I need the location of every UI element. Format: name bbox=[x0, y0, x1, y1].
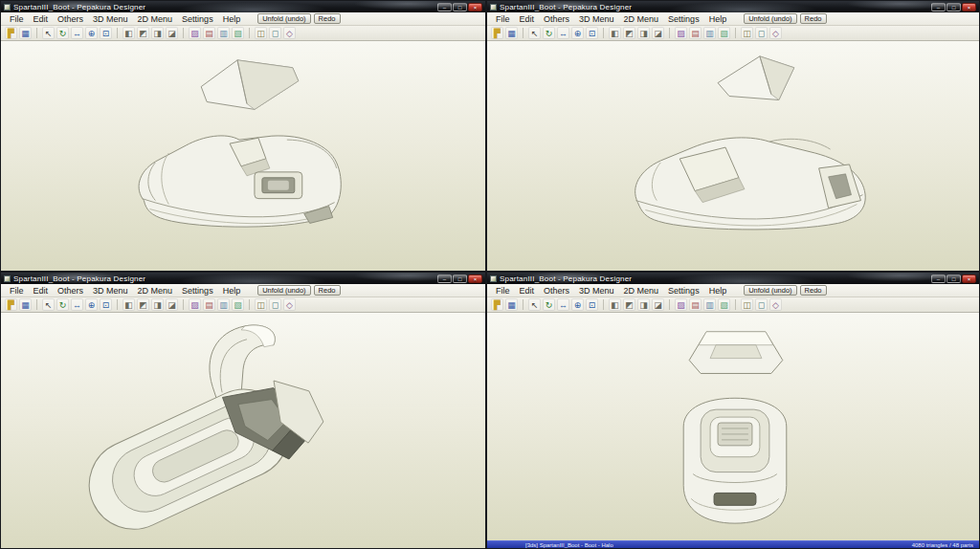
view-side-icon[interactable]: ◨ bbox=[151, 27, 164, 39]
rotate-view-icon[interactable]: ↻ bbox=[56, 298, 69, 311]
show-edges-icon[interactable]: ▤ bbox=[203, 27, 215, 39]
select-arrow-icon[interactable]: ↖ bbox=[42, 298, 55, 311]
zoom-fit-icon[interactable]: ⊡ bbox=[100, 27, 112, 39]
menu-help[interactable]: Help bbox=[704, 14, 732, 24]
redo-button[interactable]: Redo bbox=[314, 13, 341, 24]
zoom-fit-icon[interactable]: ⊡ bbox=[586, 27, 598, 39]
view-side-icon[interactable]: ◨ bbox=[637, 27, 650, 39]
maximize-button[interactable]: □ bbox=[453, 3, 467, 11]
show-flaps-icon[interactable]: ▧ bbox=[718, 27, 730, 39]
check-parts-icon[interactable]: ◫ bbox=[255, 27, 267, 39]
unfold-button[interactable]: Unfold (undo) bbox=[257, 285, 310, 296]
select-arrow-icon[interactable]: ↖ bbox=[42, 27, 55, 39]
menu-edit[interactable]: Edit bbox=[515, 14, 540, 24]
open-file-icon[interactable]: ▛ bbox=[5, 27, 17, 39]
zoom-view-icon[interactable]: ⊕ bbox=[85, 27, 98, 39]
menu-settings[interactable]: Settings bbox=[177, 286, 218, 296]
menu-help[interactable]: Help bbox=[218, 286, 246, 296]
menu-file[interactable]: File bbox=[5, 286, 29, 296]
viewport-3d-bottom-left[interactable] bbox=[1, 313, 485, 548]
show-fold-lines-icon[interactable]: ▥ bbox=[217, 27, 230, 39]
view-perspective-icon[interactable]: ◪ bbox=[166, 27, 178, 39]
measure-icon[interactable]: ◻ bbox=[755, 27, 768, 39]
unfold-button[interactable]: Unfold (undo) bbox=[744, 13, 796, 24]
view-perspective-icon[interactable]: ◪ bbox=[652, 27, 664, 39]
rotate-view-icon[interactable]: ↻ bbox=[543, 298, 555, 311]
open-file-icon[interactable]: ▛ bbox=[5, 298, 17, 311]
menu-file[interactable]: File bbox=[491, 14, 515, 24]
close-button[interactable]: × bbox=[962, 274, 976, 283]
show-edges-icon[interactable]: ▤ bbox=[203, 298, 215, 311]
viewport-3d-bottom-right[interactable] bbox=[487, 313, 979, 540]
redo-button[interactable]: Redo bbox=[800, 13, 827, 24]
menu-edit[interactable]: Edit bbox=[29, 286, 54, 296]
maximize-button[interactable]: □ bbox=[947, 3, 961, 11]
measure-icon[interactable]: ◻ bbox=[269, 27, 281, 39]
menu-edit[interactable]: Edit bbox=[29, 14, 54, 24]
menu-file[interactable]: File bbox=[5, 14, 29, 24]
maximize-button[interactable]: □ bbox=[453, 274, 467, 283]
menu-others[interactable]: Others bbox=[53, 286, 88, 296]
show-edges-icon[interactable]: ▤ bbox=[689, 298, 702, 311]
view-front-icon[interactable]: ◧ bbox=[609, 27, 621, 39]
measure-icon[interactable]: ◻ bbox=[755, 298, 768, 311]
menu-2d-menu[interactable]: 2D Menu bbox=[133, 14, 178, 24]
show-flaps-icon[interactable]: ▧ bbox=[232, 27, 244, 39]
view-side-icon[interactable]: ◨ bbox=[637, 298, 650, 311]
menu-3d-menu[interactable]: 3D Menu bbox=[88, 14, 133, 24]
save-file-icon[interactable]: ▦ bbox=[505, 298, 518, 311]
settings-3d-icon[interactable]: ◇ bbox=[283, 27, 296, 39]
redo-button[interactable]: Redo bbox=[800, 285, 827, 296]
close-button[interactable]: × bbox=[468, 3, 482, 11]
show-fold-lines-icon[interactable]: ▥ bbox=[703, 298, 716, 311]
show-texture-icon[interactable]: ▨ bbox=[189, 298, 201, 311]
show-texture-icon[interactable]: ▨ bbox=[675, 27, 687, 39]
minimize-button[interactable]: – bbox=[931, 274, 946, 283]
check-parts-icon[interactable]: ◫ bbox=[741, 27, 753, 39]
menu-2d-menu[interactable]: 2D Menu bbox=[619, 14, 664, 24]
menu-settings[interactable]: Settings bbox=[663, 286, 704, 296]
view-side-icon[interactable]: ◨ bbox=[151, 298, 164, 311]
view-top-icon[interactable]: ◩ bbox=[623, 298, 635, 311]
view-perspective-icon[interactable]: ◪ bbox=[166, 298, 178, 311]
show-fold-lines-icon[interactable]: ▥ bbox=[703, 27, 716, 39]
pan-view-icon[interactable]: ↔ bbox=[71, 27, 83, 39]
show-texture-icon[interactable]: ▨ bbox=[675, 298, 687, 311]
show-flaps-icon[interactable]: ▧ bbox=[232, 298, 244, 311]
select-arrow-icon[interactable]: ↖ bbox=[528, 298, 541, 311]
menu-3d-menu[interactable]: 3D Menu bbox=[574, 286, 619, 296]
measure-icon[interactable]: ◻ bbox=[269, 298, 281, 311]
open-file-icon[interactable]: ▛ bbox=[491, 27, 503, 39]
viewport-3d-top-right[interactable] bbox=[487, 41, 979, 271]
show-edges-icon[interactable]: ▤ bbox=[689, 27, 702, 39]
close-button[interactable]: × bbox=[468, 274, 482, 283]
menu-settings[interactable]: Settings bbox=[663, 14, 704, 24]
menu-others[interactable]: Others bbox=[539, 286, 574, 296]
menu-2d-menu[interactable]: 2D Menu bbox=[133, 286, 178, 296]
menu-2d-menu[interactable]: 2D Menu bbox=[619, 286, 664, 296]
pan-view-icon[interactable]: ↔ bbox=[71, 298, 83, 311]
view-front-icon[interactable]: ◧ bbox=[609, 298, 621, 311]
settings-3d-icon[interactable]: ◇ bbox=[283, 298, 296, 311]
settings-3d-icon[interactable]: ◇ bbox=[769, 298, 782, 311]
zoom-view-icon[interactable]: ⊕ bbox=[571, 27, 584, 39]
select-arrow-icon[interactable]: ↖ bbox=[528, 27, 541, 39]
save-file-icon[interactable]: ▦ bbox=[505, 27, 518, 39]
rotate-view-icon[interactable]: ↻ bbox=[56, 27, 69, 39]
view-front-icon[interactable]: ◧ bbox=[122, 27, 135, 39]
minimize-button[interactable]: – bbox=[437, 274, 452, 283]
pan-view-icon[interactable]: ↔ bbox=[557, 27, 569, 39]
redo-button[interactable]: Redo bbox=[314, 285, 341, 296]
zoom-view-icon[interactable]: ⊕ bbox=[571, 298, 584, 311]
menu-edit[interactable]: Edit bbox=[515, 286, 540, 296]
view-top-icon[interactable]: ◩ bbox=[137, 298, 149, 311]
viewport-3d-top-left[interactable] bbox=[1, 41, 485, 271]
view-front-icon[interactable]: ◧ bbox=[122, 298, 135, 311]
save-file-icon[interactable]: ▦ bbox=[19, 298, 32, 311]
unfold-button[interactable]: Unfold (undo) bbox=[257, 13, 310, 24]
view-top-icon[interactable]: ◩ bbox=[137, 27, 149, 39]
unfold-button[interactable]: Unfold (undo) bbox=[744, 285, 796, 296]
zoom-view-icon[interactable]: ⊕ bbox=[85, 298, 98, 311]
view-perspective-icon[interactable]: ◪ bbox=[652, 298, 664, 311]
rotate-view-icon[interactable]: ↻ bbox=[543, 27, 555, 39]
